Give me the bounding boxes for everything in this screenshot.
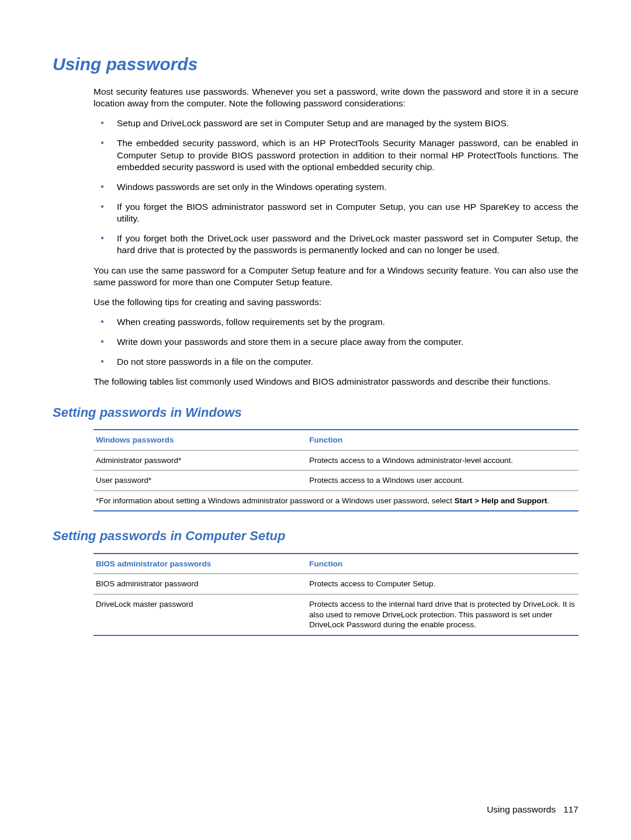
tips-list: When creating passwords, follow requirem… (93, 316, 578, 368)
list-item: Setup and DriveLock password are set in … (93, 117, 578, 129)
list-item: If you forget the BIOS administrator pas… (93, 201, 578, 224)
footnote-text: *For information about setting a Windows… (96, 496, 455, 505)
section-heading-windows: Setting passwords in Windows (53, 405, 578, 421)
table-cell: Protects access to a Windows administrat… (307, 450, 578, 471)
table-row: BIOS administrator password Protects acc… (93, 574, 578, 594)
table-cell: Protects access to the internal hard dri… (307, 594, 578, 635)
table-cell: BIOS administrator password (93, 574, 307, 594)
page-number: 117 (563, 804, 578, 814)
table-row: User password* Protects access to a Wind… (93, 471, 578, 491)
table-cell: Protects access to a Windows user accoun… (307, 471, 578, 491)
table-cell: Administrator password* (93, 450, 307, 471)
tips-intro: Use the following tips for creating and … (93, 296, 578, 308)
list-item: Windows passwords are set only in the Wi… (93, 181, 578, 193)
table-header: Windows passwords (93, 430, 307, 450)
page-footer: Using passwords 117 (487, 804, 578, 815)
paragraph: The following tables list commonly used … (93, 376, 578, 388)
page-heading: Using passwords (53, 53, 578, 75)
table-footnote: *For information about setting a Windows… (93, 490, 578, 511)
table-cell: User password* (93, 471, 307, 491)
paragraph: You can use the same password for a Comp… (93, 265, 578, 288)
table-row: Administrator password* Protects access … (93, 450, 578, 471)
table-header: Function (307, 430, 578, 450)
considerations-list: Setup and DriveLock password are set in … (93, 117, 578, 256)
table-header: BIOS administrator passwords (93, 554, 307, 574)
footnote-path: Start > Help and Support (455, 496, 547, 505)
table-header: Function (307, 554, 578, 574)
list-item: When creating passwords, follow requirem… (93, 316, 578, 328)
table-cell: Protects access to Computer Setup. (307, 574, 578, 594)
intro-paragraph: Most security features use passwords. Wh… (93, 86, 578, 109)
list-item: If you forget both the DriveLock user pa… (93, 233, 578, 256)
footer-label: Using passwords (487, 804, 556, 814)
section-heading-computer-setup: Setting passwords in Computer Setup (53, 528, 578, 545)
list-item: Write down your passwords and store them… (93, 336, 578, 348)
list-item: The embedded security password, which is… (93, 137, 578, 172)
bios-passwords-table: BIOS administrator passwords Function BI… (93, 553, 578, 636)
table-footnote-row: *For information about setting a Windows… (93, 490, 578, 511)
table-cell: DriveLock master password (93, 594, 307, 635)
table-row: DriveLock master password Protects acces… (93, 594, 578, 635)
footnote-text: . (547, 496, 549, 505)
windows-passwords-table: Windows passwords Function Administrator… (93, 429, 578, 511)
list-item: Do not store passwords in a file on the … (93, 356, 578, 368)
